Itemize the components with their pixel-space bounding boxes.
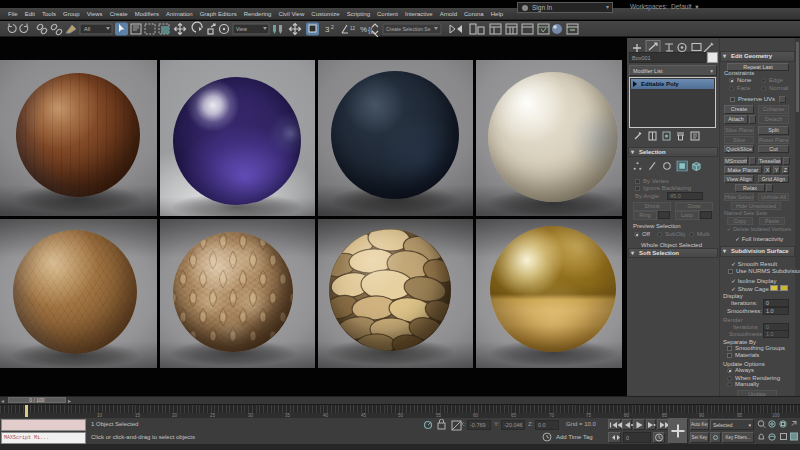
svg-text:All: All: [84, 26, 90, 32]
svg-text:2: 2: [331, 24, 334, 30]
svg-text:3: 3: [325, 25, 330, 34]
svg-text:Create Selection Se: Create Selection Se: [386, 26, 431, 32]
svg-text:View: View: [236, 26, 247, 32]
svg-text:12: 12: [350, 26, 356, 31]
svg-text:%: %: [360, 25, 367, 34]
svg-text:{(: {(: [368, 26, 373, 34]
